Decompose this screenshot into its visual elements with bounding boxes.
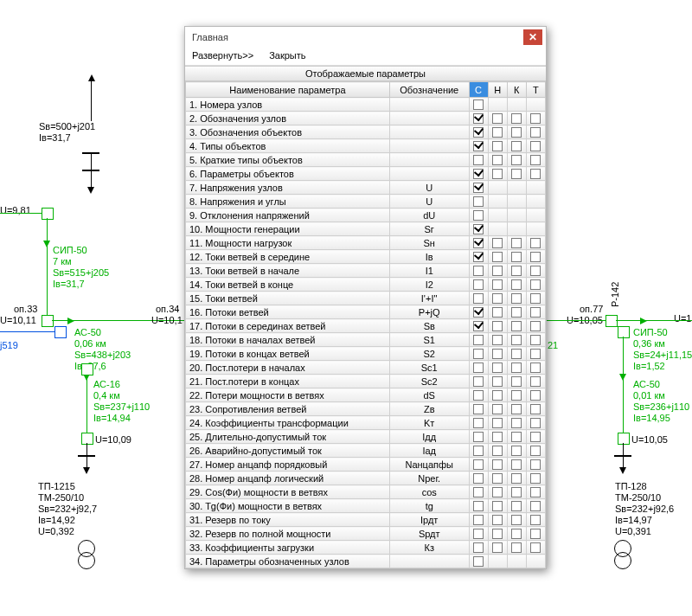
checkbox-n[interactable] (488, 513, 507, 527)
checkbox-c[interactable] (469, 139, 488, 153)
checkbox-n[interactable] (488, 112, 507, 125)
checkbox-t[interactable] (526, 458, 545, 472)
checkbox-k[interactable] (507, 112, 526, 125)
checkbox-n[interactable] (488, 416, 507, 430)
checkbox-n[interactable] (488, 278, 507, 292)
checkbox-c[interactable] (469, 499, 488, 513)
checkbox-t[interactable] (526, 513, 545, 527)
checkbox-k[interactable] (507, 416, 526, 430)
checkbox-t[interactable] (526, 139, 545, 153)
col-name[interactable]: Наименование параметра (186, 82, 390, 98)
checkbox-n[interactable] (488, 125, 507, 139)
checkbox-t[interactable] (526, 236, 545, 250)
checkbox-t[interactable] (526, 333, 545, 347)
checkbox-k[interactable] (507, 139, 526, 153)
checkbox-c[interactable] (469, 375, 488, 388)
col-n[interactable]: Н (488, 82, 507, 98)
col-sym[interactable]: Обозначение (389, 82, 469, 98)
checkbox-n[interactable] (488, 458, 507, 472)
checkbox-c[interactable] (469, 513, 488, 527)
checkbox-c[interactable] (469, 236, 488, 250)
checkbox-k[interactable] (507, 472, 526, 485)
col-k[interactable]: К (507, 82, 526, 98)
checkbox-n[interactable] (488, 485, 507, 499)
checkbox-t[interactable] (526, 388, 545, 402)
checkbox-t[interactable] (526, 472, 545, 485)
checkbox-n[interactable] (488, 264, 507, 278)
checkbox-k[interactable] (507, 153, 526, 167)
checkbox-t[interactable] (526, 527, 545, 541)
checkbox-n[interactable] (488, 319, 507, 333)
checkbox-c[interactable] (469, 222, 488, 236)
checkbox-n[interactable] (488, 250, 507, 264)
checkbox-c[interactable] (469, 333, 488, 347)
checkbox-c[interactable] (469, 319, 488, 333)
checkbox-c[interactable] (469, 485, 488, 499)
checkbox-k[interactable] (507, 388, 526, 402)
checkbox-k[interactable] (507, 292, 526, 305)
checkbox-t[interactable] (526, 541, 545, 555)
expand-button[interactable]: Развернуть>> (192, 50, 253, 61)
checkbox-t[interactable] (526, 499, 545, 513)
checkbox-k[interactable] (507, 513, 526, 527)
checkbox-n[interactable] (488, 333, 507, 347)
checkbox-k[interactable] (507, 125, 526, 139)
checkbox-k[interactable] (507, 541, 526, 555)
checkbox-c[interactable] (469, 388, 488, 402)
checkbox-t[interactable] (526, 319, 545, 333)
checkbox-c[interactable] (469, 153, 488, 167)
checkbox-t[interactable] (526, 264, 545, 278)
checkbox-n[interactable] (488, 499, 507, 513)
checkbox-c[interactable] (469, 361, 488, 375)
checkbox-k[interactable] (507, 402, 526, 416)
checkbox-t[interactable] (526, 444, 545, 458)
checkbox-t[interactable] (526, 430, 545, 444)
checkbox-c[interactable] (469, 444, 488, 458)
checkbox-c[interactable] (469, 181, 488, 195)
checkbox-t[interactable] (526, 361, 545, 375)
checkbox-c[interactable] (469, 458, 488, 472)
checkbox-c[interactable] (469, 305, 488, 319)
checkbox-c[interactable] (469, 209, 488, 222)
checkbox-k[interactable] (507, 333, 526, 347)
checkbox-n[interactable] (488, 444, 507, 458)
checkbox-k[interactable] (507, 305, 526, 319)
close-button[interactable]: Закрыть (269, 50, 305, 61)
checkbox-t[interactable] (526, 278, 545, 292)
checkbox-t[interactable] (526, 375, 545, 388)
checkbox-n[interactable] (488, 541, 507, 555)
checkbox-n[interactable] (488, 472, 507, 485)
checkbox-c[interactable] (469, 347, 488, 361)
checkbox-c[interactable] (469, 416, 488, 430)
checkbox-c[interactable] (469, 167, 488, 181)
checkbox-n[interactable] (488, 527, 507, 541)
checkbox-c[interactable] (469, 264, 488, 278)
checkbox-k[interactable] (507, 319, 526, 333)
checkbox-n[interactable] (488, 402, 507, 416)
checkbox-c[interactable] (469, 527, 488, 541)
checkbox-n[interactable] (488, 139, 507, 153)
checkbox-c[interactable] (469, 278, 488, 292)
checkbox-n[interactable] (488, 236, 507, 250)
checkbox-t[interactable] (526, 292, 545, 305)
checkbox-t[interactable] (526, 305, 545, 319)
checkbox-k[interactable] (507, 236, 526, 250)
checkbox-k[interactable] (507, 375, 526, 388)
checkbox-k[interactable] (507, 485, 526, 499)
checkbox-t[interactable] (526, 416, 545, 430)
checkbox-c[interactable] (469, 125, 488, 139)
checkbox-k[interactable] (507, 278, 526, 292)
checkbox-n[interactable] (488, 430, 507, 444)
checkbox-n[interactable] (488, 361, 507, 375)
checkbox-c[interactable] (469, 472, 488, 485)
checkbox-c[interactable] (469, 555, 488, 568)
checkbox-n[interactable] (488, 167, 507, 181)
checkbox-k[interactable] (507, 167, 526, 181)
close-icon[interactable]: ✕ (523, 29, 542, 45)
checkbox-n[interactable] (488, 347, 507, 361)
checkbox-t[interactable] (526, 402, 545, 416)
dialog-titlebar[interactable]: Главная ✕ (185, 27, 546, 47)
checkbox-k[interactable] (507, 527, 526, 541)
checkbox-c[interactable] (469, 541, 488, 555)
checkbox-k[interactable] (507, 458, 526, 472)
